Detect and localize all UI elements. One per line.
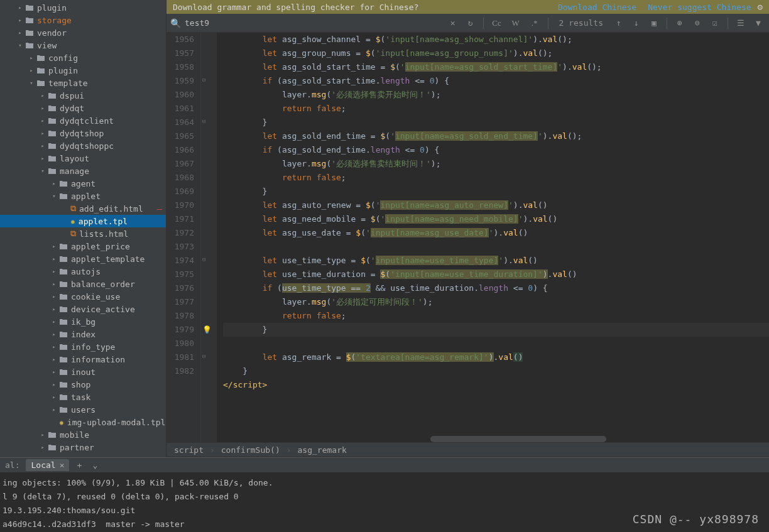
search-input[interactable] [185,14,442,32]
search-history-icon[interactable]: ↻ [464,16,477,30]
tree-item-task[interactable]: ▸task [0,391,166,403]
never-suggest-link[interactable]: Never suggest Chinese [648,3,751,12]
tree-item-plugin[interactable]: ▸plugin [0,64,166,77]
remove-selection-icon[interactable]: ⊖ [690,16,704,30]
tree-item-template[interactable]: ▾template [0,77,166,89]
project-tree[interactable]: ▸plugin▸storage▸vendor▾view▸config▸plugi… [0,0,166,457]
breadcrumb-item[interactable]: asg_remark [298,445,347,455]
next-match-icon[interactable]: ↓ [630,16,643,30]
tree-item-storage[interactable]: ▸storage [0,14,166,26]
select-all-icon[interactable]: ▣ [647,16,661,30]
new-terminal-icon[interactable]: ＋ [73,460,86,471]
tree-item-lists-html[interactable]: ⧉lists.html [0,227,166,240]
tree-item-vendor[interactable]: ▸vendor [0,26,166,39]
tree-item-partner[interactable]: ▸partner [0,441,166,453]
tree-item-img-upload-modal-tpl[interactable]: ✹img-upload-modal.tpl [0,416,166,428]
watermark: CSDN @-- yx898978 [633,513,759,526]
breadcrumb-item[interactable]: script [174,445,204,455]
tree-item-ik_bg[interactable]: ▸ik_bg [0,315,166,328]
tree-item-device_active[interactable]: ▸device_active [0,303,166,315]
banner-message: Download grammar and spelling checker fo… [173,3,547,12]
terminal-dropdown-icon[interactable]: ⌄ [90,460,100,470]
terminal-tabs: al: Local × ＋ ⌄ [0,457,769,472]
tree-item-view[interactable]: ▾view [0,39,166,52]
tree-item-layout[interactable]: ▸layout [0,152,166,165]
terminal-tab-local[interactable]: Local × [26,459,69,471]
filter-icon[interactable]: ▼ [751,16,765,30]
terminal-label: al: [3,460,22,470]
line-number-gutter[interactable]: 1956195719581959196019611964196519661967… [166,33,201,442]
clear-search-icon[interactable]: ✕ [446,16,460,30]
notification-banner: Download grammar and spelling checker fo… [166,0,769,14]
tree-item-applet_price[interactable]: ▸applet_price [0,240,166,252]
select-all-occurrences-icon[interactable]: ☑ [708,16,722,30]
tree-item-inout[interactable]: ▸inout [0,366,166,378]
tree-item-dspui[interactable]: ▸dspui [0,89,166,102]
whole-word-toggle[interactable]: W [508,16,523,30]
tree-item-dydqt[interactable]: ▸dydqt [0,102,166,114]
tree-item-dydqtshoppc[interactable]: ▸dydqtshoppc [0,139,166,152]
tree-item-plugin[interactable]: ▸plugin [0,1,166,14]
fold-gutter[interactable]: ⊟⊟⊟💡⊟ [201,33,214,442]
search-results-count: 2 results [554,18,608,28]
breadcrumb-item[interactable]: confirmSub() [221,445,280,455]
download-chinese-link[interactable]: Download Chinese [558,3,636,12]
tree-item-dydqtclient[interactable]: ▸dydqtclient [0,114,166,127]
tree-item-users[interactable]: ▸users [0,403,166,416]
tree-item-applet_template[interactable]: ▸applet_template [0,252,166,265]
tree-item-index[interactable]: ▸index [0,328,166,340]
chevron-right-icon: › [210,445,215,455]
settings-toggle-icon[interactable]: ☰ [734,16,748,30]
tree-item-add_edit-html[interactable]: ⧉add_edit.html— [0,202,166,215]
breadcrumb[interactable]: script › confirmSub() › asg_remark [166,442,769,457]
tree-item-balance_order[interactable]: ▸balance_order [0,278,166,290]
search-icon: 🔍 [170,18,181,28]
tree-item-config[interactable]: ▸config [0,52,166,64]
tree-item-dydqtshop[interactable]: ▸dydqtshop [0,127,166,139]
tree-item-autojs[interactable]: ▸autojs [0,265,166,278]
tree-item-applet[interactable]: ▾applet [0,190,166,202]
regex-toggle[interactable]: .* [527,16,542,30]
code-area[interactable]: let asg_show_channel = $('input[name=asg… [217,33,769,442]
gear-icon[interactable]: ⚙ [758,2,763,12]
close-icon[interactable]: × [60,460,65,470]
code-editor[interactable]: 1956195719581959196019611964196519661967… [166,33,769,442]
match-case-toggle[interactable]: Cc [489,16,504,30]
add-selection-icon[interactable]: ⊕ [673,16,687,30]
tree-item-agent[interactable]: ▸agent [0,177,166,190]
tree-item-applet-tpl[interactable]: ✹applet.tpl [0,215,166,227]
tree-item-info_type[interactable]: ▸info_type [0,340,166,353]
chevron-right-icon: › [286,445,292,455]
find-bar: 🔍 ✕ ↻ Cc W .* 2 results ↑ ↓ ▣ ⊕ ⊖ ☑ ☰ ▼ [166,14,769,33]
horizontal-scrollbar[interactable] [430,436,606,442]
tree-item-information[interactable]: ▸information [0,353,166,366]
tree-item-shop[interactable]: ▸shop [0,378,166,391]
tree-item-cookie_use[interactable]: ▸cookie_use [0,290,166,303]
tree-item-mobile[interactable]: ▸mobile [0,428,166,441]
tree-item-manage[interactable]: ▾manage [0,165,166,177]
prev-match-icon[interactable]: ↑ [612,16,626,30]
